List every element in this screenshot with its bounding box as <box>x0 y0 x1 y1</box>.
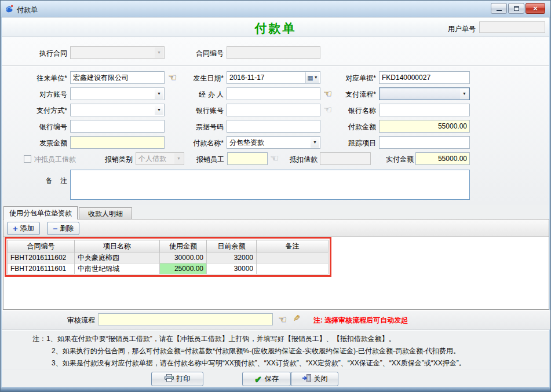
calendar-icon: ▦ <box>307 75 313 81</box>
exit-door-icon <box>302 374 311 384</box>
col-contract-no: 合同编号 <box>8 240 75 252</box>
payment-form-window: 付款单 × 付款单 用户单号 执行合同 ▼ 合同编号 往来单位* ☜ 发生日期*… <box>0 0 551 392</box>
app-icon <box>5 4 14 13</box>
cell-contract-no: FBHT2016111602 <box>8 252 75 263</box>
chevron-down-icon: ▼ <box>174 153 183 164</box>
bank-account-input[interactable] <box>227 104 320 116</box>
invoice-amount-input[interactable] <box>70 136 165 149</box>
table-row[interactable]: FBHT2016111602 中央豪庭柿园 30000.00 32000 <box>8 252 329 263</box>
bill-no-label: 票据号码 <box>174 120 224 133</box>
cell-contract-no: FBHT2016111601 <box>8 263 75 274</box>
save-button[interactable]: ✔ 保存 <box>242 372 291 386</box>
tracking-project-label: 跟踪项目 <box>327 137 376 149</box>
counter-account-select[interactable]: ▼ <box>70 87 165 100</box>
divider <box>2 65 549 67</box>
occur-date-label: 发生日期* <box>174 72 224 85</box>
payment-amount-label: 付款金额 <box>327 120 376 133</box>
related-doc-input[interactable] <box>379 71 470 84</box>
remark-label: 备 注 <box>37 174 67 187</box>
payment-name-select[interactable]: 分包垫资款 ▼ <box>227 136 320 149</box>
plus-icon: + <box>13 224 18 233</box>
date-picker-button[interactable]: ▦ ▼ <box>305 72 319 83</box>
col-remark: 备注 <box>257 240 329 252</box>
divider <box>2 369 549 370</box>
delete-row-button[interactable]: − 删除 <box>47 222 79 235</box>
check-icon: ✔ <box>254 374 262 384</box>
bill-no-input[interactable] <box>227 120 320 133</box>
bank-no-label: 银行编号 <box>17 120 67 133</box>
payment-method-select[interactable]: ▼ <box>70 104 165 116</box>
audit-note: 注: 选择审核流程后可自动发起 <box>313 316 408 325</box>
close-button[interactable]: × <box>526 3 545 14</box>
exec-contract-select: ▼ <box>70 46 165 59</box>
maximize-button[interactable] <box>508 3 524 14</box>
remark-textarea[interactable] <box>70 170 470 200</box>
occur-date-input[interactable]: 2016-11-17 ▦ ▼ <box>227 71 320 84</box>
chevron-down-icon: ▼ <box>155 105 163 115</box>
payment-amount-input[interactable] <box>379 120 470 133</box>
bank-name-input[interactable] <box>379 104 470 116</box>
user-no-input <box>479 21 545 33</box>
cell-remark <box>257 263 329 274</box>
chevron-down-icon: ▼ <box>460 89 469 99</box>
advance-detail-table: 合同编号 项目名称 使用金额 目前余额 备注 FBHT2016111602 中央… <box>7 240 329 274</box>
table-header-row: 合同编号 项目名称 使用金额 目前余额 备注 <box>8 240 329 252</box>
audit-flow-input[interactable] <box>98 313 273 325</box>
close-form-button[interactable]: 关闭 <box>291 372 338 386</box>
edit-pencil-icon[interactable]: ✎ <box>293 313 301 324</box>
printer-icon <box>165 374 174 384</box>
tab-subcontract-advance[interactable]: 使用分包单位垫资款 <box>3 206 78 219</box>
window-bottom-edge <box>1 387 550 391</box>
bank-account-label: 银行账号 <box>174 104 224 117</box>
cell-project-name: 中南世纪锦城 <box>75 263 160 274</box>
picker-hand-icon[interactable]: ☜ <box>278 314 290 325</box>
handler-input[interactable] <box>227 87 320 100</box>
chevron-down-icon: ▼ <box>155 47 163 58</box>
cell-used-amount[interactable]: 25000.00 <box>160 263 207 274</box>
print-button[interactable]: 打印 <box>151 372 203 386</box>
reimburse-type-label: 报销类别 <box>99 153 133 166</box>
offset-loan-label: 冲抵员工借款 <box>34 153 86 166</box>
tab-payee-detail[interactable]: 收款人明细 <box>79 207 132 219</box>
bank-no-input[interactable] <box>70 120 165 133</box>
cell-used-amount[interactable]: 30000.00 <box>160 252 207 263</box>
tracking-project-input[interactable] <box>379 136 470 149</box>
minimize-icon <box>497 10 502 11</box>
payment-name-label: 付款名称* <box>174 137 224 149</box>
counterparty-input[interactable] <box>70 71 165 84</box>
chevron-down-icon: ▼ <box>314 72 318 83</box>
invoice-amount-label: 发票金额 <box>17 137 67 149</box>
minus-icon: − <box>53 225 57 233</box>
deduct-loan-label: 抵扣借款 <box>284 153 318 166</box>
window-frame-right <box>549 17 550 387</box>
actual-amount-input[interactable] <box>415 152 470 165</box>
exec-contract-label: 执行合同 <box>17 47 67 60</box>
cell-remark <box>257 252 329 263</box>
note-line-3: 3、如果是付款没有对应付款单据，请在付款名称中写明“XX预付款”、“XX订货款”… <box>52 358 466 368</box>
related-doc-label: 对应单据* <box>327 72 376 85</box>
offset-loan-checkbox <box>24 155 31 163</box>
cell-current-balance: 30000 <box>207 263 257 274</box>
minimize-button[interactable] <box>491 3 507 14</box>
reimburse-employee-input[interactable] <box>227 152 268 165</box>
col-project-name: 项目名称 <box>75 240 160 252</box>
handler-label: 经 办 人 <box>174 88 224 101</box>
reimburse-type-select: 个人借款 ▼ <box>136 152 184 165</box>
counterparty-label: 往来单位* <box>17 72 67 85</box>
col-current-balance: 目前余额 <box>207 240 257 252</box>
detail-toolbar <box>3 219 549 237</box>
counter-account-label: 对方账号 <box>17 88 67 101</box>
audit-flow-label: 审核流程 <box>63 314 95 327</box>
bank-name-label: 银行名称 <box>327 104 376 117</box>
note-line-1: 注：1、如果在付款中要“报销员工借款”，请在【冲抵员工借款】上打钩，并填写好【报… <box>32 334 396 344</box>
cell-project-name: 中央豪庭柿园 <box>75 252 160 263</box>
add-row-button[interactable]: + 添加 <box>7 222 40 235</box>
divider <box>2 329 549 331</box>
payment-flow-select[interactable]: ▼ <box>379 87 470 100</box>
maximize-icon <box>514 6 519 11</box>
contract-no-input <box>227 46 320 59</box>
window-controls: × <box>491 3 545 14</box>
user-no-label: 用户单号 <box>442 23 476 35</box>
table-row[interactable]: FBHT2016111601 中南世纪锦城 25000.00 30000 <box>8 263 329 274</box>
payment-method-label: 支付方式* <box>17 104 67 117</box>
